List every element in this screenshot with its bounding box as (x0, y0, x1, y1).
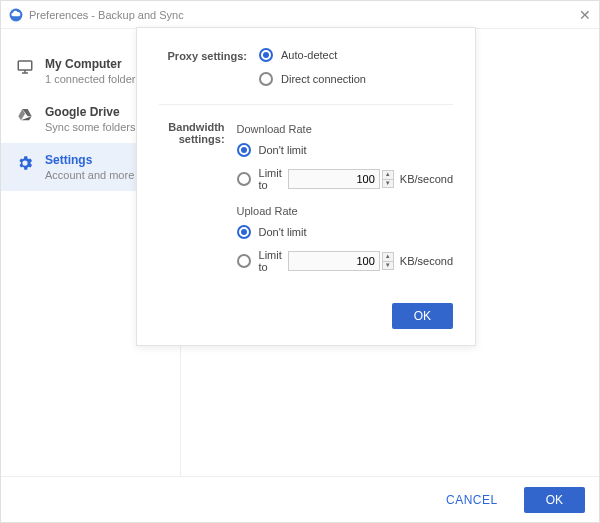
drive-icon (15, 105, 35, 125)
radio-checked-icon (259, 48, 273, 62)
download-limit-to-radio[interactable]: Limit to (237, 167, 282, 191)
window-title: Preferences - Backup and Sync (29, 9, 184, 21)
proxy-settings-label: Proxy settings: (159, 48, 259, 96)
radio-checked-icon (237, 225, 251, 239)
settings-modal: Proxy settings: Auto-detect Direct conne… (136, 27, 476, 346)
radio-label: Don't limit (259, 144, 307, 156)
radio-unchecked-icon (237, 254, 251, 268)
gear-icon (15, 153, 35, 173)
cloud-icon (9, 8, 23, 22)
titlebar: Preferences - Backup and Sync ✕ (1, 1, 599, 29)
chevron-down-icon[interactable]: ▼ (382, 261, 394, 270)
upload-limit-input[interactable] (288, 251, 380, 271)
sidebar-item-sub: Account and more (45, 169, 134, 181)
sidebar-item-title: Google Drive (45, 105, 135, 119)
download-dont-limit-radio[interactable]: Don't limit (237, 143, 453, 157)
divider (159, 104, 453, 105)
radio-label: Direct connection (281, 73, 366, 85)
proxy-auto-detect-radio[interactable]: Auto-detect (259, 48, 453, 62)
unit-label: KB/second (400, 173, 453, 185)
radio-label: Don't limit (259, 226, 307, 238)
svg-rect-1 (18, 61, 32, 70)
download-rate-heading: Download Rate (237, 123, 453, 135)
chevron-up-icon[interactable]: ▲ (382, 252, 394, 261)
content-pane: Proxy settings: Auto-detect Direct conne… (181, 29, 599, 476)
main-area: My Computer 1 connected folder Google Dr… (1, 29, 599, 476)
unit-label: KB/second (400, 255, 453, 267)
close-icon[interactable]: ✕ (579, 7, 591, 23)
footer: CANCEL OK (1, 476, 599, 522)
upload-limit-spinner[interactable]: ▲ ▼ (382, 252, 394, 270)
download-limit-spinner[interactable]: ▲ ▼ (382, 170, 394, 188)
radio-unchecked-icon (259, 72, 273, 86)
sidebar-item-title: My Computer (45, 57, 136, 71)
sidebar-item-sub: Sync some folders (45, 121, 135, 133)
radio-label: Limit to (259, 167, 282, 191)
upload-rate-heading: Upload Rate (237, 205, 453, 217)
chevron-down-icon[interactable]: ▼ (382, 179, 394, 188)
chevron-up-icon[interactable]: ▲ (382, 170, 394, 179)
sidebar-item-title: Settings (45, 153, 134, 167)
upload-limit-to-radio[interactable]: Limit to (237, 249, 282, 273)
radio-unchecked-icon (237, 172, 251, 186)
ok-button[interactable]: OK (524, 487, 585, 513)
radio-checked-icon (237, 143, 251, 157)
radio-label: Limit to (259, 249, 282, 273)
monitor-icon (15, 57, 35, 77)
cancel-button[interactable]: CANCEL (426, 487, 518, 513)
upload-dont-limit-radio[interactable]: Don't limit (237, 225, 453, 239)
proxy-direct-connection-radio[interactable]: Direct connection (259, 72, 453, 86)
radio-label: Auto-detect (281, 49, 337, 61)
modal-ok-button[interactable]: OK (392, 303, 453, 329)
sidebar-item-sub: 1 connected folder (45, 73, 136, 85)
download-limit-input[interactable] (288, 169, 380, 189)
bandwidth-settings-label: Bandwidth settings: (159, 119, 237, 285)
